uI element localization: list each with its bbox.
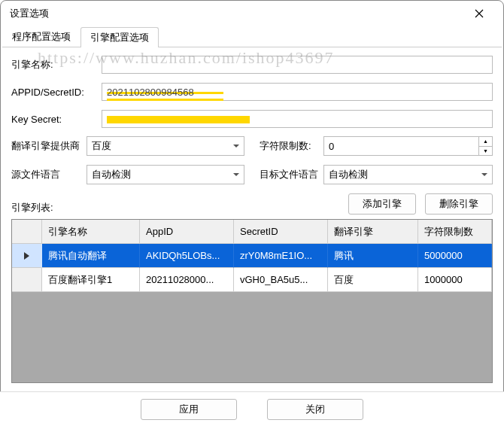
cell-engine: 百度 [328, 268, 418, 292]
add-engine-button[interactable]: 添加引擎 [348, 193, 416, 215]
table-row[interactable]: 腾讯自动翻译 AKIDQh5LOBs... zrY0M8mE1IO... 腾讯 … [12, 244, 492, 268]
titlebar: 设置选项 [1, 1, 503, 26]
cell-secret: zrY0M8mE1IO... [234, 244, 328, 268]
cell-name: 腾讯自动翻译 [42, 244, 140, 268]
cell-engine: 腾讯 [328, 244, 418, 268]
appid-value-text: 2021102800984568 [107, 87, 194, 98]
char-limit-input[interactable] [324, 137, 478, 155]
src-lang-label: 源文件语言 [11, 168, 87, 181]
key-secret-input[interactable]: vGH0_BA5u5btMZIquLXt... [102, 110, 493, 128]
table-row[interactable]: 百度翻译引擎1 20211028000... vGH0_BA5u5... 百度 … [12, 268, 492, 292]
appid-label: APPID/SecretID: [11, 87, 102, 98]
close-icon [475, 9, 484, 18]
remove-engine-button[interactable]: 删除引擎 [425, 193, 493, 215]
tabbar: 程序配置选项 引擎配置选项 [2, 26, 502, 47]
spinner-up-button[interactable]: ▲ [479, 137, 492, 147]
engine-table[interactable]: 引擎名称 AppID SecretID 翻译引擎 字符限制数 腾讯自动翻译 AK… [11, 219, 493, 383]
close-window-button[interactable] [464, 1, 494, 26]
cell-appid: 20211028000... [140, 268, 234, 292]
col-engine[interactable]: 翻译引擎 [328, 220, 418, 244]
redaction-mark-icon [107, 99, 223, 101]
tab-program[interactable]: 程序配置选项 [2, 26, 80, 47]
provider-select[interactable]: 百度 [87, 136, 244, 156]
provider-label: 翻译引擎提供商 [11, 139, 87, 153]
engine-name-input[interactable] [102, 56, 493, 74]
row-indicator [12, 244, 42, 268]
tgt-lang-value: 自动检测 [329, 168, 368, 181]
col-secret[interactable]: SecretID [234, 220, 328, 244]
table-header: 引擎名称 AppID SecretID 翻译引擎 字符限制数 [12, 220, 492, 244]
cell-appid: AKIDQh5LOBs... [140, 244, 234, 268]
cell-secret: vGH0_BA5u5... [234, 268, 328, 292]
tgt-lang-select[interactable]: 自动检测 [323, 165, 493, 184]
src-lang-select[interactable]: 自动检测 [87, 165, 244, 184]
src-lang-value: 自动检测 [92, 168, 131, 181]
engine-list-label: 引擎列表: [11, 201, 53, 215]
provider-value: 百度 [92, 139, 111, 153]
close-button[interactable]: 关闭 [267, 399, 363, 420]
col-limit[interactable]: 字符限制数 [418, 220, 492, 244]
cell-name: 百度翻译引擎1 [42, 268, 140, 292]
col-name[interactable]: 引擎名称 [42, 220, 140, 244]
window-title: 设置选项 [10, 7, 49, 20]
cell-limit: 5000000 [418, 244, 492, 268]
tab-engine[interactable]: 引擎配置选项 [80, 27, 159, 47]
dialog-footer: 应用 关闭 [0, 391, 504, 426]
spinner-down-button[interactable]: ▼ [479, 147, 492, 156]
triangle-right-icon [24, 252, 29, 260]
key-secret-label: Key Secret: [11, 114, 102, 125]
char-limit-label: 字符限制数: [260, 139, 323, 153]
redaction-mark-icon [107, 116, 250, 123]
cell-limit: 1000000 [418, 268, 492, 292]
row-indicator [12, 268, 42, 292]
appid-input[interactable]: 2021102800984568 [102, 83, 493, 101]
apply-button[interactable]: 应用 [141, 399, 237, 420]
tgt-lang-label: 目标文件语言 [260, 168, 323, 181]
col-appid[interactable]: AppID [140, 220, 234, 244]
char-limit-spinner[interactable]: ▲ ▼ [323, 136, 493, 156]
engine-name-label: 引擎名称: [11, 58, 102, 72]
